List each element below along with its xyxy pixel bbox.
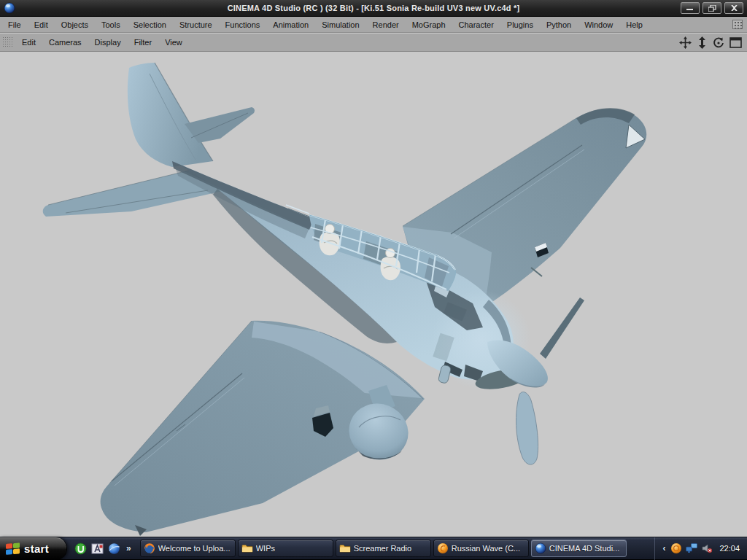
minimize-button[interactable] (681, 2, 700, 14)
menu-help[interactable]: Help (619, 17, 649, 33)
orange-app-tray-icon[interactable] (670, 542, 682, 554)
viewport-canvas[interactable] (0, 52, 747, 537)
menu-mograph[interactable]: MoGraph (406, 17, 452, 33)
menu-functions[interactable]: Functions (219, 17, 267, 33)
audio-device-tray-icon[interactable] (701, 543, 713, 554)
windows-flag-icon (5, 542, 20, 556)
close-icon (731, 5, 738, 11)
menu-objects[interactable]: Objects (55, 17, 95, 33)
window-titlebar[interactable]: CINEMA 4D Studio (RC ) (32 Bit) - [Ki.51… (0, 0, 747, 17)
pan-icon[interactable] (679, 36, 692, 49)
menu-character[interactable]: Character (452, 17, 500, 33)
menu-structure[interactable]: Structure (173, 17, 219, 33)
desktop: CINEMA 4D Studio (RC ) (32 Bit) - [Ki.51… (0, 0, 747, 560)
task-wips[interactable]: WIPs (238, 540, 333, 557)
task-label: Welcome to Uploa... (158, 544, 231, 553)
task-label: WIPs (256, 544, 275, 553)
start-button[interactable]: start (0, 537, 67, 560)
network-tray-icon[interactable] (686, 543, 697, 553)
task-label: Screamer Radio (354, 544, 411, 553)
quick-launch-overflow-chevron[interactable]: » (125, 543, 133, 553)
cinema4d-sphere-icon (535, 542, 546, 554)
menu-selection[interactable]: Selection (127, 17, 173, 33)
firefox-icon (144, 542, 155, 554)
menu-edit[interactable]: Edit (28, 17, 55, 33)
menu-render[interactable]: Render (366, 17, 406, 33)
menu-animation[interactable]: Animation (266, 17, 315, 33)
task-buttons: Welcome to Uploa... WIPs Screamer Radio (137, 540, 627, 557)
task-welcome-to-uploaded[interactable]: Welcome to Uploa... (140, 540, 236, 557)
system-tray: ‹ 22:04 (654, 537, 747, 560)
planet-app-icon[interactable] (108, 542, 120, 555)
tray-clock: 22:04 (716, 544, 740, 553)
taskbar: start » (0, 537, 747, 559)
start-label: start (24, 542, 49, 555)
orange-sphere-icon (437, 542, 449, 554)
rotate-icon[interactable] (713, 37, 724, 49)
window-pin-icon[interactable] (732, 20, 743, 29)
menu-simulation[interactable]: Simulation (315, 17, 365, 33)
quick-launch: » (67, 542, 137, 555)
aircraft-model (0, 52, 747, 537)
dolly-icon[interactable] (697, 36, 708, 49)
restore-icon (708, 5, 716, 12)
task-russian-wave[interactable]: Russian Wave (C... (433, 540, 529, 557)
vp-menu-view[interactable]: View (158, 34, 189, 50)
window-title: CINEMA 4D Studio (RC ) (32 Bit) - [Ki.51… (0, 0, 747, 17)
menu-python[interactable]: Python (540, 17, 578, 33)
task-label: Russian Wave (C... (452, 544, 520, 553)
viewport-menubar: Edit Cameras Display Filter View (0, 33, 747, 52)
minimize-icon (686, 5, 694, 11)
vp-menu-filter[interactable]: Filter (128, 34, 158, 50)
main-menubar: File Edit Objects Tools Selection Struct… (0, 17, 747, 33)
toggle-view-icon[interactable] (729, 37, 742, 48)
folder-icon (339, 543, 351, 553)
menu-plugins[interactable]: Plugins (500, 17, 540, 33)
folder-icon (241, 543, 253, 553)
character-map-icon[interactable] (91, 542, 104, 555)
restore-button[interactable] (703, 2, 721, 14)
vp-menu-display[interactable]: Display (88, 34, 128, 50)
vp-menu-cameras[interactable]: Cameras (42, 34, 88, 50)
toolbar-grip[interactable] (2, 36, 12, 48)
close-button[interactable] (724, 2, 743, 14)
menu-window[interactable]: Window (578, 17, 619, 33)
task-label: CINEMA 4D Studi... (549, 544, 620, 553)
vp-menu-edit[interactable]: Edit (15, 34, 42, 50)
utorrent-icon[interactable] (74, 542, 87, 555)
menu-file[interactable]: File (1, 17, 28, 33)
tray-collapse-chevron[interactable]: ‹ (661, 543, 667, 553)
task-cinema4d[interactable]: CINEMA 4D Studi... (531, 540, 627, 557)
menu-tools[interactable]: Tools (95, 17, 127, 33)
task-screamer-radio[interactable]: Screamer Radio (336, 540, 431, 557)
